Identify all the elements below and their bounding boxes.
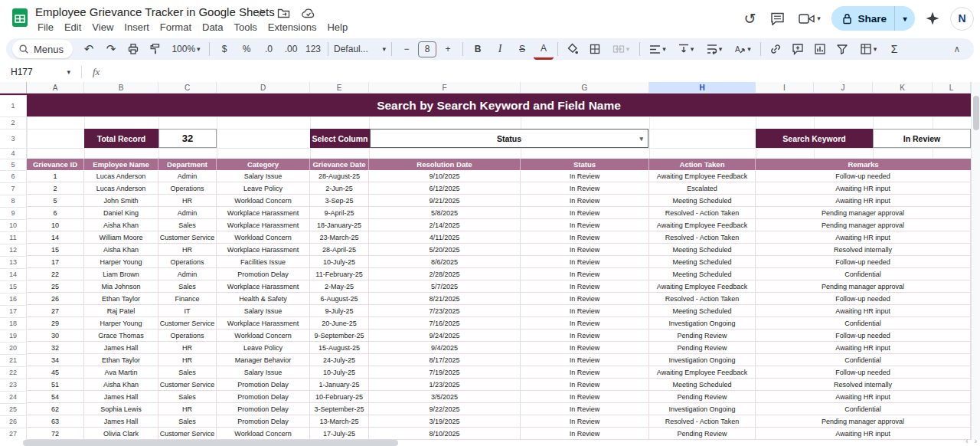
cell-I27[interactable]: Awaiting HR input — [756, 428, 971, 440]
cell-F11[interactable]: 4/11/2025 — [369, 231, 521, 244]
more-formats-button[interactable]: 123 — [302, 40, 324, 58]
cell-G18[interactable]: In Review — [521, 317, 649, 330]
cell-A14[interactable]: 22 — [27, 268, 84, 280]
row-header-22[interactable]: 22 — [0, 366, 27, 379]
cell-B17[interactable]: Raj Patel — [84, 305, 158, 317]
increase-decimal-button[interactable]: .00 — [280, 40, 302, 58]
cell-D7[interactable]: Leave Policy — [217, 182, 310, 195]
share-dropdown-button[interactable]: ▾ — [894, 6, 915, 31]
star-icon[interactable]: ☆ — [256, 6, 266, 20]
cell-D8[interactable]: Workload Concern — [217, 195, 310, 207]
cell-G7[interactable]: In Review — [521, 182, 649, 195]
cell-E13[interactable]: 10-July-25 — [310, 256, 369, 268]
cell-C23[interactable]: Customer Service — [158, 379, 217, 391]
fill-color-button[interactable] — [562, 40, 583, 58]
cell-E9[interactable]: 9-April-25 — [310, 207, 369, 219]
font-size-input[interactable]: 8 — [418, 41, 436, 57]
cell-E25[interactable]: 3-September-25 — [310, 403, 369, 415]
cell-B9[interactable]: Daniel King — [84, 207, 158, 219]
row-header-4[interactable]: 4 — [0, 148, 27, 159]
meet-caret-icon[interactable]: ▾ — [817, 15, 821, 22]
cell-G6[interactable]: In Review — [521, 170, 649, 182]
cell-H11[interactable]: Resolved - Action Taken — [649, 231, 756, 244]
cell-D19[interactable]: Workload Concern — [217, 330, 310, 342]
cell-F8[interactable]: 9/21/2025 — [369, 195, 521, 207]
total-record-value[interactable]: 32 — [158, 129, 217, 148]
menu-file[interactable]: File — [32, 20, 59, 34]
cell-H10[interactable]: Awaiting Employee Feedback — [649, 219, 756, 231]
table-header-employee-name[interactable]: Employee Name — [84, 159, 158, 170]
row-header-2[interactable]: 2 — [0, 116, 27, 129]
cell-D10[interactable]: Workplace Harassment — [217, 219, 310, 231]
column-header-D[interactable]: D — [217, 82, 310, 93]
insert-chart-button[interactable] — [809, 40, 831, 58]
cell-I26[interactable]: Pending manager approval — [756, 415, 971, 428]
cell-F10[interactable]: 2/14/2025 — [369, 219, 521, 231]
horizontal-scrollbar[interactable] — [0, 440, 980, 446]
cell-B18[interactable]: Harper Young — [84, 317, 158, 330]
cell-B12[interactable]: Aisha Khan — [84, 244, 158, 256]
cell-D13[interactable]: Facilities Issue — [217, 256, 310, 268]
cell-A23[interactable]: 51 — [27, 379, 84, 391]
row-header-3[interactable]: 3 — [0, 129, 27, 148]
cell-B6[interactable]: Lucas Anderson — [84, 170, 158, 182]
decrease-font-size-button[interactable]: − — [396, 40, 417, 58]
share-button[interactable]: Share ▾ — [831, 6, 915, 31]
row-header-27[interactable]: 27 — [0, 428, 27, 440]
cell-A13[interactable]: 17 — [27, 256, 84, 268]
cell-C18[interactable]: Customer Service — [158, 317, 217, 330]
sheets-logo-icon[interactable] — [10, 8, 30, 28]
cell-H13[interactable]: Meeting Scheduled — [649, 256, 756, 268]
cell-B23[interactable]: Aisha Khan — [84, 379, 158, 391]
cell-H9[interactable]: Resolved - Action Taken — [649, 207, 756, 219]
cell-D15[interactable]: Workplace Harassment — [217, 280, 310, 293]
row-header-25[interactable]: 25 — [0, 403, 27, 415]
cell-I7[interactable]: Awaiting HR input — [756, 182, 971, 195]
cell-H15[interactable]: Awaiting Employee Feedback — [649, 280, 756, 293]
cell-C10[interactable]: Sales — [158, 219, 217, 231]
cell-I24[interactable]: Awaiting HR input — [756, 391, 971, 403]
cell-C12[interactable]: HR — [158, 244, 217, 256]
cell-C9[interactable]: Admin — [158, 207, 217, 219]
cell-D24[interactable]: Promotion Delay — [217, 391, 310, 403]
text-wrap-button[interactable]: ▾ — [701, 40, 728, 58]
format-currency-button[interactable]: $ — [214, 40, 235, 58]
cell-B14[interactable]: Liam Brown — [84, 268, 158, 280]
table-header-status[interactable]: Status — [521, 159, 649, 170]
cell-I9[interactable]: Pending manager approval — [756, 207, 971, 219]
cell-C8[interactable]: HR — [158, 195, 217, 207]
cell-H6[interactable]: Awaiting Employee Feedback — [649, 170, 756, 182]
cell-E18[interactable]: 20-June-25 — [310, 317, 369, 330]
cell-G17[interactable]: In Review — [521, 305, 649, 317]
cell-D20[interactable]: Leave Policy — [217, 342, 310, 354]
column-header-I[interactable]: I — [756, 82, 814, 93]
cell-B8[interactable]: John Smith — [84, 195, 158, 207]
cell-C7[interactable]: Operations — [158, 182, 217, 195]
cell-A7[interactable]: 2 — [27, 182, 84, 195]
cell-C13[interactable]: Operations — [158, 256, 217, 268]
cell-C11[interactable]: Customer Service — [158, 231, 217, 244]
cell-B20[interactable]: James Hall — [84, 342, 158, 354]
cell-E19[interactable]: 9-September-25 — [310, 330, 369, 342]
cell-F14[interactable]: 2/28/2025 — [369, 268, 521, 280]
cell-E26[interactable]: 13-March-25 — [310, 415, 369, 428]
row-header-8[interactable]: 8 — [0, 195, 27, 207]
cell-H22[interactable]: Awaiting Employee Feedback — [649, 366, 756, 379]
cell-I8[interactable]: Awaiting HR input — [756, 195, 971, 207]
cell-B27[interactable]: Olivia Clark — [84, 428, 158, 440]
cell-G19[interactable]: In Review — [521, 330, 649, 342]
cell-A10[interactable]: 10 — [27, 219, 84, 231]
cell-D16[interactable]: Health & Safety — [217, 293, 310, 305]
cell-G21[interactable]: In Review — [521, 354, 649, 366]
search-keyword-label[interactable]: Search Keyword — [756, 129, 873, 148]
text-color-button[interactable]: A — [534, 39, 554, 60]
row-header-11[interactable]: 11 — [0, 231, 27, 244]
cell-H24[interactable]: Pending Review — [649, 391, 756, 403]
cell-E7[interactable]: 2-Jun-25 — [310, 182, 369, 195]
cell-A20[interactable]: 32 — [27, 342, 84, 354]
cell-C26[interactable]: Sales — [158, 415, 217, 428]
cell-A26[interactable]: 63 — [27, 415, 84, 428]
table-header-department[interactable]: Department — [158, 159, 217, 170]
italic-button[interactable]: I — [489, 40, 511, 58]
cell-C19[interactable]: Operations — [158, 330, 217, 342]
